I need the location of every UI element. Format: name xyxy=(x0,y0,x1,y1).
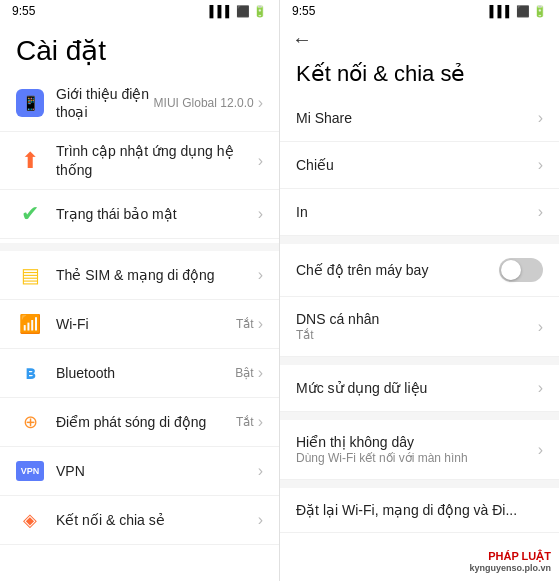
chevron-icon: › xyxy=(538,318,543,336)
chevron-icon: › xyxy=(258,462,263,480)
security-icon: ✔ xyxy=(16,200,44,228)
settings-item-vpn[interactable]: VPN VPN › xyxy=(0,447,279,496)
right-group-5: Đặt lại Wi-Fi, mạng di động và Đi... xyxy=(280,488,559,533)
chevron-icon: › xyxy=(258,266,263,284)
mi-share-title: Mi Share xyxy=(296,110,538,126)
sim-title: Thẻ SIM & mạng di động xyxy=(56,266,258,284)
wireless-display-subtitle: Dùng Wi-Fi kết nối với màn hình xyxy=(296,451,538,465)
wireless-display-title: Hiển thị không dây xyxy=(296,434,538,450)
print-title: In xyxy=(296,204,538,220)
chevron-icon: › xyxy=(258,413,263,431)
chevron-icon: › xyxy=(538,379,543,397)
chevron-icon: › xyxy=(258,364,263,382)
cast-title: Chiếu xyxy=(296,157,538,173)
reset-wifi-title: Đặt lại Wi-Fi, mạng di động và Đi... xyxy=(296,502,543,518)
left-time: 9:55 xyxy=(12,4,35,18)
phone-icon: 📱 xyxy=(16,89,44,117)
right-page-title: Kết nối & chia sẻ xyxy=(280,57,559,95)
hotspot-value: Tắt xyxy=(236,415,254,429)
right-item-wireless-display[interactable]: Hiển thị không dây Dùng Wi-Fi kết nối vớ… xyxy=(280,420,559,480)
bluetooth-value: Bật xyxy=(235,366,253,380)
update-icon: ⬆ xyxy=(16,147,44,175)
chevron-icon: › xyxy=(538,156,543,174)
right-list: Mi Share › Chiếu › In › Chế xyxy=(280,95,559,581)
vpn-title: VPN xyxy=(56,462,258,480)
connect-share-title: Kết nối & chia sẻ xyxy=(56,511,258,529)
chevron-icon: › xyxy=(258,315,263,333)
right-divider xyxy=(280,357,559,365)
chevron-icon: › xyxy=(258,511,263,529)
settings-item-sim[interactable]: ▤ Thẻ SIM & mạng di động › xyxy=(0,251,279,300)
chevron-icon: › xyxy=(258,152,263,170)
settings-item-security[interactable]: ✔ Trạng thái bảo mật › xyxy=(0,190,279,239)
left-panel: 9:55 ▌▌▌ ⬛ 🔋 Cài đặt 📱 Giới thiệu điện t… xyxy=(0,0,280,581)
right-group-1: Mi Share › Chiếu › In › xyxy=(280,95,559,236)
right-status-icons: ▌▌▌ ⬛ 🔋 xyxy=(490,5,547,18)
right-item-mi-share[interactable]: Mi Share › xyxy=(280,95,559,142)
settings-item-bluetooth[interactable]: ʙ Bluetooth Bật › xyxy=(0,349,279,398)
right-divider xyxy=(280,236,559,244)
connect-share-icon: ◈ xyxy=(16,506,44,534)
phone-intro-title: Giới thiệu điện thoại xyxy=(56,85,154,121)
right-item-cast[interactable]: Chiếu › xyxy=(280,142,559,189)
vpn-icon: VPN xyxy=(16,457,44,485)
chevron-icon: › xyxy=(538,203,543,221)
data-usage-title: Mức sử dụng dữ liệu xyxy=(296,380,538,396)
airplane-toggle[interactable] xyxy=(499,258,543,282)
back-row[interactable]: ← xyxy=(280,22,559,57)
airplane-title: Chế độ trên máy bay xyxy=(296,262,499,278)
right-item-print[interactable]: In › xyxy=(280,189,559,236)
settings-item-connect-share[interactable]: ◈ Kết nối & chia sẻ › xyxy=(0,496,279,545)
right-time: 9:55 xyxy=(292,4,315,18)
settings-group-1: 📱 Giới thiệu điện thoại MIUI Global 12.0… xyxy=(0,75,279,239)
settings-list: 📱 Giới thiệu điện thoại MIUI Global 12.0… xyxy=(0,75,279,581)
right-group-2: Chế độ trên máy bay DNS cá nhân Tắt › xyxy=(280,244,559,357)
back-button[interactable]: ← xyxy=(292,28,312,50)
right-item-dns[interactable]: DNS cá nhân Tắt › xyxy=(280,297,559,357)
settings-item-phone-intro[interactable]: 📱 Giới thiệu điện thoại MIUI Global 12.0… xyxy=(0,75,279,132)
right-status-bar: 9:55 ▌▌▌ ⬛ 🔋 xyxy=(280,0,559,22)
settings-group-2: ▤ Thẻ SIM & mạng di động › 📶 Wi-Fi Tắt xyxy=(0,251,279,545)
bluetooth-icon: ʙ xyxy=(16,359,44,387)
left-status-bar: 9:55 ▌▌▌ ⬛ 🔋 xyxy=(0,0,279,22)
dns-title: DNS cá nhân xyxy=(296,311,538,327)
wifi-title: Wi-Fi xyxy=(56,315,236,333)
phone-intro-value: MIUI Global 12.0.0 xyxy=(154,96,254,110)
hotspot-title: Điểm phát sóng di động xyxy=(56,413,236,431)
chevron-icon: › xyxy=(538,441,543,459)
chevron-icon: › xyxy=(258,94,263,112)
security-title: Trạng thái bảo mật xyxy=(56,205,258,223)
right-divider xyxy=(280,412,559,420)
wifi-value: Tắt xyxy=(236,317,254,331)
bluetooth-title: Bluetooth xyxy=(56,364,235,382)
left-page-title: Cài đặt xyxy=(0,22,279,75)
wifi-icon: 📶 xyxy=(16,310,44,338)
system-update-title: Trình cập nhật ứng dụng hệ thống xyxy=(56,142,258,178)
settings-item-wifi[interactable]: 📶 Wi-Fi Tắt › xyxy=(0,300,279,349)
settings-item-hotspot[interactable]: ⊕ Điểm phát sóng di động Tắt › xyxy=(0,398,279,447)
right-group-3: Mức sử dụng dữ liệu › xyxy=(280,365,559,412)
right-divider xyxy=(280,480,559,488)
hotspot-icon: ⊕ xyxy=(16,408,44,436)
settings-item-system-update[interactable]: ⬆ Trình cập nhật ứng dụng hệ thống › xyxy=(0,132,279,189)
dns-subtitle: Tắt xyxy=(296,328,538,342)
right-panel: 9:55 ▌▌▌ ⬛ 🔋 ← Kết nối & chia sẻ Mi Shar… xyxy=(280,0,559,581)
divider xyxy=(0,243,279,251)
left-status-icons: ▌▌▌ ⬛ 🔋 xyxy=(210,5,267,18)
sim-icon: ▤ xyxy=(16,261,44,289)
chevron-icon: › xyxy=(258,205,263,223)
right-item-reset-wifi[interactable]: Đặt lại Wi-Fi, mạng di động và Đi... xyxy=(280,488,559,533)
right-item-airplane[interactable]: Chế độ trên máy bay xyxy=(280,244,559,297)
right-item-data-usage[interactable]: Mức sử dụng dữ liệu › xyxy=(280,365,559,412)
right-group-4: Hiển thị không dây Dùng Wi-Fi kết nối vớ… xyxy=(280,420,559,480)
chevron-icon: › xyxy=(538,109,543,127)
